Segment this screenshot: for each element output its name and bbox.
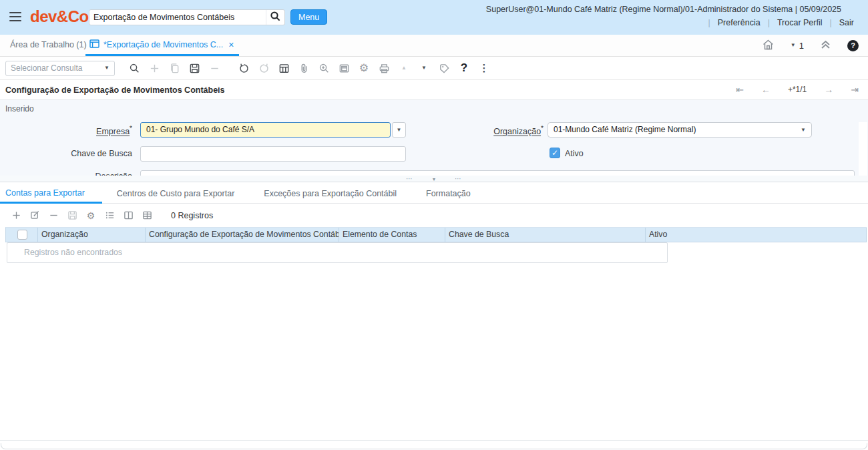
splitter-dots-icon: ⋯ bbox=[455, 176, 462, 182]
column-ativo[interactable]: Ativo bbox=[646, 228, 867, 242]
undo-icon[interactable] bbox=[238, 62, 250, 74]
detail-customize-list-icon[interactable] bbox=[104, 210, 115, 221]
detail-tab-formatacao[interactable]: Formatação bbox=[411, 184, 485, 204]
previous-record-icon[interactable]: ← bbox=[761, 84, 771, 95]
last-record-icon[interactable]: ⇥ bbox=[851, 84, 859, 95]
open-windows-count: 1 bbox=[799, 41, 804, 51]
mandatory-marker: * bbox=[130, 125, 132, 132]
detail-grid-icon[interactable] bbox=[142, 210, 152, 221]
mandatory-marker: * bbox=[541, 125, 544, 132]
footer-divider bbox=[0, 440, 868, 441]
empresa-dropdown-button[interactable]: ▼ bbox=[392, 122, 406, 138]
open-windows-counter[interactable]: ▼ 1 bbox=[791, 41, 804, 51]
column-chave-de-busca[interactable]: Chave de Busca bbox=[445, 228, 646, 242]
detail-record-icon[interactable]: ▼ bbox=[418, 62, 430, 74]
organizacao-field[interactable]: 01-Mundo Café Matriz (Regime Normal) ▼ bbox=[548, 122, 812, 138]
home-icon[interactable] bbox=[762, 39, 775, 53]
detail-table-header: Organização Configuração de Exportação d… bbox=[5, 227, 867, 242]
detail-edit-icon[interactable] bbox=[29, 210, 40, 221]
column-organizacao[interactable]: Organização bbox=[38, 228, 146, 242]
detail-save-icon[interactable] bbox=[67, 210, 77, 221]
detail-tabs: Contas para Exportar Centros de Custo pa… bbox=[0, 184, 868, 204]
find-record-icon[interactable] bbox=[128, 62, 140, 74]
records-count: 0 Registros bbox=[171, 211, 213, 220]
select-all-cell bbox=[6, 228, 38, 242]
detail-process-gear-icon[interactable]: ⚙ bbox=[85, 210, 96, 221]
switch-profile-link[interactable]: Trocar Perfil bbox=[770, 18, 830, 27]
new-record-icon[interactable] bbox=[148, 62, 160, 74]
parent-record-icon[interactable]: ▲ bbox=[398, 62, 410, 74]
tab-active-window[interactable]: *Exportação de Movimentos C... × bbox=[85, 35, 239, 56]
detail-tab-contas-para-exportar[interactable]: Contas para Exportar bbox=[0, 184, 102, 204]
grid-toggle-icon[interactable] bbox=[278, 62, 290, 74]
ativo-checkbox[interactable]: ✓ bbox=[550, 148, 560, 158]
refresh-icon[interactable] bbox=[258, 62, 270, 74]
window-help-icon[interactable]: ? bbox=[458, 62, 470, 74]
empresa-label: Empresa* bbox=[40, 125, 132, 136]
detail-tab-centros-de-custo[interactable]: Centros de Custo para Exportar bbox=[102, 184, 249, 204]
collapse-header-icon[interactable] bbox=[820, 39, 831, 51]
column-configuracao-exportacao[interactable]: Configuração de Exportação de Movimentos… bbox=[146, 228, 339, 242]
record-form-panel: Inserido Empresa* 01- Grupo Mundo do Caf… bbox=[0, 100, 868, 176]
global-search-input[interactable] bbox=[89, 11, 266, 24]
report-icon[interactable] bbox=[338, 62, 350, 74]
detail-new-icon[interactable] bbox=[11, 210, 21, 221]
label-tag-icon[interactable] bbox=[438, 62, 450, 74]
hamburger-menu-icon[interactable] bbox=[9, 12, 21, 22]
app-logo: dev&Co. bbox=[30, 7, 93, 26]
delete-record-icon[interactable] bbox=[208, 62, 220, 74]
help-icon[interactable]: ? bbox=[847, 40, 859, 51]
search-button[interactable] bbox=[266, 10, 284, 25]
print-icon[interactable] bbox=[378, 62, 390, 74]
user-links: | Preferência | Trocar Perfil | Sair bbox=[708, 18, 861, 27]
save-record-icon[interactable] bbox=[188, 62, 200, 74]
menu-button[interactable]: Menu bbox=[290, 9, 327, 25]
ativo-label: Ativo bbox=[565, 149, 584, 158]
record-navigation: ⇤ ← +*1/1 → ⇥ bbox=[736, 84, 859, 95]
chave-de-busca-label: Chave de Busca bbox=[40, 149, 132, 158]
next-record-icon[interactable]: → bbox=[824, 84, 833, 95]
window-toolbar: Selecionar Consulta ▼ bbox=[0, 57, 868, 80]
window-icon bbox=[89, 39, 99, 50]
tab-active-label: *Exportação de Movimentos C... bbox=[103, 40, 223, 49]
column-elemento-de-contas[interactable]: Elemento de Contas bbox=[339, 228, 445, 242]
app-root: dev&Co. Menu SuperUser@01-Mundo Café Mat… bbox=[0, 0, 868, 450]
process-gear-icon[interactable]: ⚙ bbox=[358, 62, 370, 74]
chave-de-busca-input[interactable] bbox=[140, 146, 406, 162]
record-title-row: Configuração de Exportação de Movimentos… bbox=[0, 81, 868, 100]
splitter-handle[interactable]: ⋯ ▼ ⋯ bbox=[406, 176, 462, 182]
top-header-bar: dev&Co. Menu SuperUser@01-Mundo Café Mat… bbox=[0, 0, 868, 35]
organizacao-label: Organização* bbox=[441, 125, 544, 136]
descricao-input-clipped[interactable] bbox=[140, 170, 855, 176]
close-tab-icon[interactable]: × bbox=[227, 40, 235, 49]
search-icon bbox=[270, 11, 281, 24]
chevron-down-icon: ▼ bbox=[104, 65, 110, 71]
select-query-dropdown[interactable]: Selecionar Consulta ▼ bbox=[5, 61, 115, 76]
detail-toolbar: ⚙ 0 Registros bbox=[0, 204, 213, 226]
panel-splitter[interactable]: ⋯ ▼ ⋯ bbox=[0, 176, 868, 182]
detail-delete-icon[interactable] bbox=[48, 210, 59, 221]
attachment-icon[interactable] bbox=[298, 62, 310, 74]
detail-tab-excecoes[interactable]: Exceções para Exportação Contábil bbox=[249, 184, 411, 204]
logout-link[interactable]: Sair bbox=[832, 18, 861, 27]
copy-record-icon[interactable] bbox=[168, 62, 180, 74]
zoom-across-icon[interactable] bbox=[318, 62, 330, 74]
splitter-dots-icon: ⋯ bbox=[406, 176, 413, 182]
page-title: Configuração de Exportação de Movimentos… bbox=[5, 85, 225, 95]
user-session-info: SuperUser@01-Mundo Café Matriz (Regime N… bbox=[486, 5, 841, 14]
preference-link[interactable]: Preferência bbox=[710, 18, 768, 27]
check-icon: ✓ bbox=[552, 148, 558, 158]
tabbar-right-controls: ▼ 1 ? bbox=[762, 35, 859, 56]
first-record-icon[interactable]: ⇤ bbox=[736, 84, 744, 95]
window-bottom-edge bbox=[1, 443, 867, 449]
record-status: Inserido bbox=[5, 104, 34, 114]
empresa-field[interactable]: 01- Grupo Mundo do Café S/A bbox=[140, 122, 391, 138]
more-actions-icon[interactable]: ⋮ bbox=[478, 62, 490, 74]
select-query-placeholder: Selecionar Consulta bbox=[6, 63, 104, 73]
select-all-checkbox[interactable] bbox=[17, 230, 27, 240]
tab-workspace[interactable]: Área de Trabalho (1) bbox=[10, 40, 87, 49]
detail-panel: Contas para Exportar Centros de Custo pa… bbox=[0, 182, 868, 441]
form-scrollbar-track[interactable] bbox=[859, 122, 867, 176]
chevron-down-icon: ▼ bbox=[397, 128, 402, 133]
detail-split-view-icon[interactable] bbox=[123, 210, 134, 221]
